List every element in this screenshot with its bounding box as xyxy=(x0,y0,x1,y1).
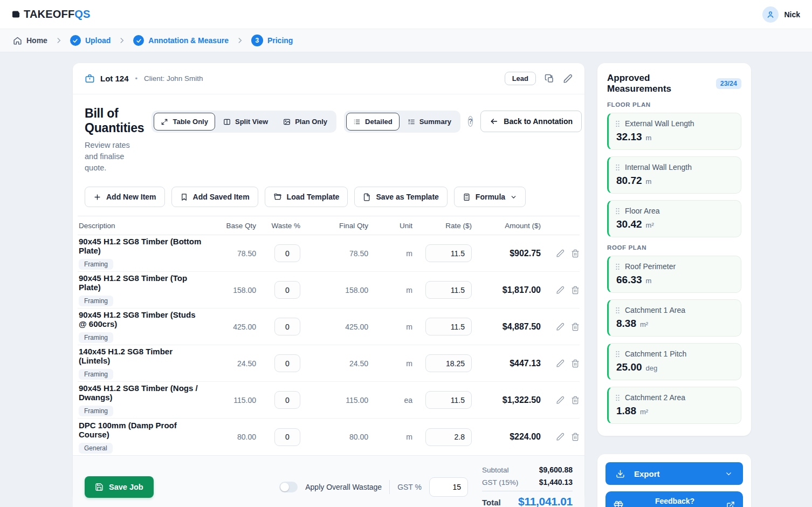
feedback-button[interactable]: Feedback? Let us know and earn 1 free cr… xyxy=(605,491,743,507)
rate-input[interactable] xyxy=(425,318,472,335)
lead-status-badge[interactable]: Lead xyxy=(505,72,536,85)
edit-row-icon[interactable] xyxy=(556,323,565,331)
final-qty: 24.50 xyxy=(306,359,368,368)
measurement-unit: m xyxy=(646,177,652,186)
edit-row-icon[interactable] xyxy=(556,433,565,441)
drag-handle-icon[interactable] xyxy=(615,164,620,171)
drag-handle-icon[interactable] xyxy=(615,351,620,358)
edit-row-icon[interactable] xyxy=(556,286,565,294)
rate-input[interactable] xyxy=(425,428,472,446)
unit: m xyxy=(374,433,412,441)
subtotal-value: $9,600.88 xyxy=(539,465,573,474)
col-description: Description xyxy=(78,222,203,230)
save-job-button[interactable]: Save Job xyxy=(85,476,154,498)
edit-pencil-icon[interactable] xyxy=(563,74,573,84)
save-as-template-button[interactable]: Save as Template xyxy=(354,187,447,207)
item-description: 90x45 H1.2 SG8 Timber (Bottom Plate) xyxy=(79,237,203,255)
totals-summary: Subtotal$9,600.88 GST (15%)$1,440.13 Tot… xyxy=(482,465,573,507)
edit-row-icon[interactable] xyxy=(556,359,565,368)
toggle-summary[interactable]: Summary xyxy=(401,113,458,131)
drag-handle-icon[interactable] xyxy=(615,120,620,127)
drag-handle-icon[interactable] xyxy=(615,394,620,401)
measurements-title: Approved Measurements xyxy=(607,73,716,94)
load-template-button[interactable]: Load Template xyxy=(265,187,348,207)
measurement-card[interactable]: Roof Perimeter 66.33m xyxy=(607,256,741,293)
duplicate-icon[interactable] xyxy=(545,74,554,84)
apply-wastage-label: Apply Overall Wastage xyxy=(305,483,382,491)
measurement-card[interactable]: Floor Area 30.42m² xyxy=(607,200,741,237)
boq-table: Description Base Qty Waste % Final Qty U… xyxy=(78,216,580,455)
measurement-card[interactable]: Catchment 1 Area 8.38m² xyxy=(607,299,741,337)
table-row: 90x45 H1.2 SG8 Timber (Top Plate)Framing… xyxy=(78,272,580,309)
apply-wastage-toggle[interactable] xyxy=(279,482,298,492)
measurement-value: 8.38 xyxy=(616,318,636,330)
toggle-table-only[interactable]: Table Only xyxy=(154,113,215,131)
group-label-floor-plan: FLOOR PLAN xyxy=(607,101,741,108)
export-button[interactable]: Export xyxy=(605,462,743,485)
drag-handle-icon[interactable] xyxy=(615,307,620,314)
rate-input[interactable] xyxy=(425,244,472,262)
breadcrumb-annotation[interactable]: Annotation & Measure xyxy=(133,35,229,46)
toggle-plan-only[interactable]: Plan Only xyxy=(276,113,334,131)
download-icon xyxy=(616,469,625,478)
unit: m xyxy=(374,359,412,368)
folder-open-icon xyxy=(273,193,282,201)
help-icon[interactable]: ? xyxy=(468,116,473,127)
table-actions-row: Add New Item Add Saved Item Load Templat… xyxy=(73,181,584,216)
measurement-card[interactable]: External Wall Length 32.13m xyxy=(607,113,741,150)
breadcrumb-home[interactable]: Home xyxy=(13,36,47,45)
user-avatar[interactable] xyxy=(762,6,779,23)
base-qty: 115.00 xyxy=(209,396,256,405)
measurement-card[interactable]: Catchment 2 Area 1.88m² xyxy=(607,387,741,424)
gst-percent-input[interactable] xyxy=(429,477,468,497)
toggle-detailed[interactable]: Detailed xyxy=(346,113,400,131)
boq-header: Bill of Quantities Review rates and fina… xyxy=(73,94,584,181)
table-row: 140x45 H1.2 SG8 Timber (Lintels)Framing … xyxy=(78,345,580,382)
user-name: Nick xyxy=(784,10,800,19)
measurement-card[interactable]: Catchment 1 Pitch 25.00deg xyxy=(607,343,741,380)
back-to-annotation-button[interactable]: Back to Annotation xyxy=(480,111,582,132)
waste-input[interactable] xyxy=(274,428,300,446)
waste-input[interactable] xyxy=(274,281,300,299)
add-saved-item-button[interactable]: Add Saved Item xyxy=(171,187,258,207)
gst-amount-value: $1,440.13 xyxy=(539,478,573,487)
rate-input[interactable] xyxy=(425,281,472,299)
edit-row-icon[interactable] xyxy=(556,249,565,258)
waste-input[interactable] xyxy=(274,391,300,409)
toggle-split-view[interactable]: Split View xyxy=(216,113,275,131)
delete-row-icon[interactable] xyxy=(571,323,580,331)
expand-arrows-icon xyxy=(161,118,168,126)
delete-row-icon[interactable] xyxy=(571,359,580,368)
formula-dropdown-button[interactable]: Formula xyxy=(454,187,526,207)
user-menu[interactable]: Nick xyxy=(762,6,800,23)
chevron-down-icon xyxy=(510,194,517,201)
final-qty: 115.00 xyxy=(306,396,368,405)
measurement-card[interactable]: Internal Wall Length 80.72m xyxy=(607,156,741,194)
table-row: 90x45 H1.2 SG8 Timber (Bottom Plate)Fram… xyxy=(78,235,580,272)
delete-row-icon[interactable] xyxy=(571,249,580,258)
delete-row-icon[interactable] xyxy=(571,286,580,294)
waste-input[interactable] xyxy=(274,318,300,335)
base-qty: 24.50 xyxy=(209,359,256,368)
waste-input[interactable] xyxy=(274,244,300,262)
drag-handle-icon[interactable] xyxy=(615,208,620,215)
col-base-qty: Base Qty xyxy=(209,222,256,230)
edit-row-icon[interactable] xyxy=(556,396,565,405)
delete-row-icon[interactable] xyxy=(571,433,580,441)
rate-input[interactable] xyxy=(425,391,472,409)
total-value: $11,041.01 xyxy=(518,495,573,507)
add-new-item-button[interactable]: Add New Item xyxy=(85,187,165,207)
item-category-tag: Framing xyxy=(79,406,113,416)
breadcrumb-pricing[interactable]: 3 Pricing xyxy=(251,35,293,46)
delete-row-icon[interactable] xyxy=(571,396,580,405)
drag-handle-icon[interactable] xyxy=(615,263,620,270)
export-panel: Export Feedback? Let us know and earn 1 … xyxy=(597,454,751,507)
gift-icon xyxy=(614,501,623,507)
breadcrumb-upload[interactable]: Upload xyxy=(70,35,111,46)
amount: $224.00 xyxy=(477,432,541,442)
item-category-tag: Framing xyxy=(79,259,113,270)
rate-input[interactable] xyxy=(425,354,472,372)
item-description: DPC 100mm (Damp Proof Course) xyxy=(79,421,203,439)
waste-input[interactable] xyxy=(274,354,300,372)
split-panel-icon xyxy=(223,118,231,126)
